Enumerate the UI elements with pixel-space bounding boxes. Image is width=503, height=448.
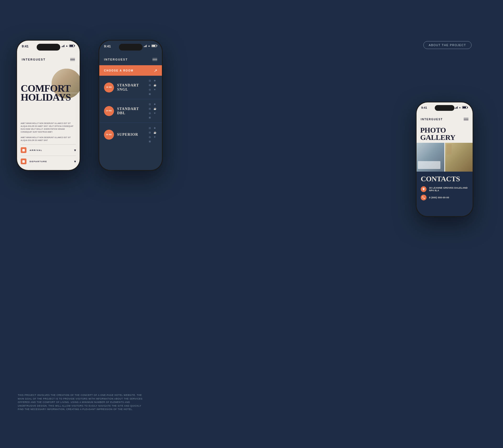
arrival-label: ARRIVAL bbox=[30, 149, 74, 151]
extra-icon bbox=[153, 92, 157, 96]
phone-1-time: 9:41 bbox=[22, 44, 29, 48]
room-item-superior[interactable]: 30 M2 SUPERIOR ⊡ ❄ ⊟ ☕ ◎ ✳ ⊞ bbox=[99, 123, 162, 146]
phone-2-frame: 9:41 ▲ INTERGUEST CHOOSE A ROOM ↗ bbox=[99, 40, 163, 171]
phone-1-frame: 9:41 ▲ INTERGUEST COMFORT bbox=[16, 40, 80, 171]
room-1-amenities: ⊡ ❄ ⊟ ☕ ◎ ✳ ⊞ bbox=[148, 79, 157, 96]
phone-1-brand: INTERGUEST bbox=[22, 58, 46, 61]
svg-rect-0 bbox=[23, 149, 25, 151]
wifi-icon-3: ▲ bbox=[459, 106, 461, 109]
room-size-icon-2: ⊞ bbox=[148, 116, 152, 119]
room-1-info: STANDART SNGL bbox=[117, 83, 148, 92]
gallery-title: PHOTO GALLERY bbox=[417, 124, 473, 143]
phone-3-time: 9:41 bbox=[421, 106, 427, 109]
phone-3-screen: 9:41 ▲ INTERGUEST PHOTO bbox=[417, 102, 473, 216]
phone-2-status-icons: ▲ bbox=[144, 44, 157, 47]
gallery-images bbox=[417, 143, 473, 172]
phone-1-hero: COMFORT HOLIDAYS bbox=[17, 65, 80, 120]
room-3-info: SUPERIOR bbox=[117, 133, 148, 137]
bed-icon: ⊟ bbox=[148, 83, 152, 87]
contact-phone-item[interactable]: 8 (800) 000-00-00 bbox=[421, 195, 468, 200]
room-list: 16 M2 STANDART SNGL ⊡ ❄ ⊟ ☕ ◎ ✳ ⊞ bbox=[99, 76, 162, 170]
room-size-icon: ⊞ bbox=[148, 92, 152, 96]
about-project-button[interactable]: ABOUT THE PROJECT bbox=[423, 41, 472, 49]
wifi-amenity-icon: ◎ bbox=[148, 88, 152, 91]
choose-room-bar[interactable]: CHOOSE A ROOM ↗ bbox=[99, 65, 162, 76]
project-description: THIS PROJECT INVOLVES THE CREATION OF TH… bbox=[18, 394, 144, 411]
room-3-name: SUPERIOR bbox=[117, 133, 148, 137]
room-size-icon-3: ⊞ bbox=[148, 140, 152, 143]
room-item-standart-sngl[interactable]: 16 M2 STANDART SNGL ⊡ ❄ ⊟ ☕ ◎ ✳ ⊞ bbox=[99, 76, 162, 99]
bed-icon-3: ⊟ bbox=[148, 131, 152, 134]
phone-1-status-icons: ▲ bbox=[62, 44, 75, 47]
tv-icon: ⊡ bbox=[148, 79, 152, 83]
room-2-info: STANDART DBL bbox=[117, 107, 148, 115]
phone-3-frame: 9:41 ▲ INTERGUEST PHOTO bbox=[416, 102, 473, 217]
tv-icon-2: ⊡ bbox=[148, 102, 152, 106]
room-2-name: STANDART DBL bbox=[117, 107, 148, 115]
extra-icon-2 bbox=[153, 116, 157, 119]
signal-icon bbox=[62, 45, 64, 47]
photo-gallery-section: PHOTO GALLERY bbox=[417, 124, 473, 172]
arrival-calendar-icon bbox=[21, 147, 26, 153]
phone-1-navbar: INTERGUEST bbox=[17, 54, 80, 65]
phone-2-navbar: INTERGUEST bbox=[99, 54, 162, 65]
svg-rect-4 bbox=[23, 160, 25, 163]
phone-2-notch bbox=[119, 44, 143, 51]
contact-phone: 8 (800) 000-00-00 bbox=[429, 196, 449, 199]
kettle-icon: ☕ bbox=[153, 83, 157, 87]
phone-3-status-icons: ▲ bbox=[455, 106, 468, 109]
phone-1-description: AMET MINIM MOLLIT NON DESERUNT ULLAMCO E… bbox=[21, 122, 76, 167]
phone-3-menu-button[interactable] bbox=[464, 118, 468, 121]
phone-1-screen: 9:41 ▲ INTERGUEST COMFORT bbox=[17, 41, 80, 170]
signal-icon-3 bbox=[455, 106, 458, 109]
phone-3-brand: INTERGUEST bbox=[421, 118, 443, 121]
wifi-amenity-icon-3: ◎ bbox=[148, 135, 152, 139]
phone-1-hero-text: COMFORT HOLIDAYS bbox=[21, 84, 71, 102]
departure-calendar-icon bbox=[21, 159, 26, 164]
phone-1-hero-line1: COMFORT bbox=[21, 84, 71, 93]
contact-address-item: 30 LEANNE GROVES DALELAND NP4 8LA bbox=[421, 186, 468, 192]
snow-icon-3: ✳ bbox=[153, 135, 157, 139]
ac-icon-2: ❄ bbox=[153, 102, 157, 106]
contacts-section: CONTACTS 30 LEANNE GROVES DALELAND NP4 8… bbox=[417, 172, 473, 216]
battery-icon bbox=[151, 45, 157, 47]
signal-icon bbox=[144, 45, 147, 47]
phone-2-menu-button[interactable] bbox=[152, 58, 157, 61]
phone-2-screen: 9:41 ▲ INTERGUEST CHOOSE A ROOM ↗ bbox=[99, 41, 162, 170]
departure-picker[interactable]: DEPARTURE ▾ bbox=[21, 156, 76, 167]
location-icon bbox=[421, 186, 427, 192]
gallery-image-1 bbox=[417, 143, 444, 172]
contacts-title: CONTACTS bbox=[421, 175, 468, 183]
phone-2-brand: INTERGUEST bbox=[104, 58, 128, 61]
battery-icon bbox=[69, 45, 75, 47]
room-3-size-badge: 30 M2 bbox=[104, 130, 114, 140]
snow-icon: ✳ bbox=[153, 88, 157, 91]
arrival-dropdown-icon: ▾ bbox=[74, 148, 76, 152]
ac-icon-3: ❄ bbox=[153, 126, 157, 130]
bed-icon-2: ⊟ bbox=[148, 107, 152, 111]
phone-1-menu-button[interactable] bbox=[70, 58, 75, 61]
kettle-icon-3: ☕ bbox=[153, 131, 157, 134]
phone-3-navbar: INTERGUEST bbox=[417, 114, 473, 124]
phone-3-notch bbox=[435, 105, 455, 111]
arrival-picker[interactable]: ARRIVAL ▾ bbox=[21, 144, 76, 156]
snow-icon-2: ✳ bbox=[153, 111, 157, 115]
room-1-size-badge: 16 M2 bbox=[104, 83, 114, 92]
contact-address: 30 LEANNE GROVES DALELAND NP4 8LA bbox=[429, 187, 468, 192]
room-1-name: STANDART SNGL bbox=[117, 83, 148, 92]
phone-1-desc1: AMET MINIM MOLLIT NON DESERUNT ULLAMCO E… bbox=[21, 122, 76, 133]
phone-1-desc2: AMET MINIM MOLLIT NON DESERUNT ULLAMCO E… bbox=[21, 136, 76, 142]
phone-icon bbox=[421, 195, 427, 200]
room-item-standart-dbl[interactable]: 24 M2 STANDART DBL ⊡ ❄ ⊟ ☕ ◎ ✳ ⊞ bbox=[99, 99, 162, 123]
choose-room-label: CHOOSE A ROOM bbox=[104, 69, 154, 72]
room-2-size-badge: 24 M2 bbox=[104, 106, 114, 116]
phone-1-notch bbox=[37, 44, 60, 51]
departure-dropdown-icon: ▾ bbox=[74, 159, 76, 163]
gallery-image-2 bbox=[445, 143, 473, 172]
room-2-amenities: ⊡ ❄ ⊟ ☕ ◎ ✳ ⊞ bbox=[148, 102, 157, 119]
departure-label: DEPARTURE bbox=[30, 160, 74, 163]
extra-icon-3 bbox=[153, 140, 157, 143]
wifi-icon: ▲ bbox=[65, 44, 68, 47]
kettle-icon-2: ☕ bbox=[153, 107, 157, 111]
phone-2-time: 9:41 bbox=[104, 44, 111, 48]
